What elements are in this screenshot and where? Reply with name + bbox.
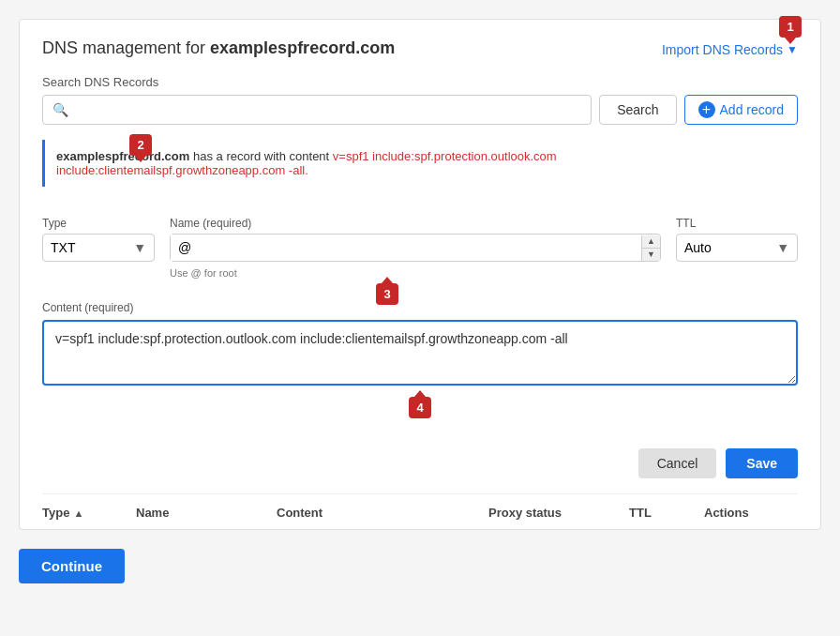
name-input[interactable]: [171, 235, 641, 261]
ttl-select-wrap[interactable]: Auto 1 min 5 min 1 hour ▼: [676, 234, 798, 262]
ttl-select-arrow-icon: ▼: [769, 240, 797, 255]
info-banner: examplespfrecord.com has a record with c…: [42, 140, 798, 187]
import-dns-link[interactable]: Import DNS Records ▼: [662, 42, 798, 57]
name-field-group: Name (required) ▲ ▼ Use @ for root 3: [170, 217, 661, 279]
name-hint: Use @ for root: [170, 267, 661, 279]
save-button[interactable]: Save: [726, 448, 798, 478]
ttl-label: TTL: [676, 217, 798, 230]
search-input-wrap: 🔍: [42, 95, 592, 125]
type-select-wrap[interactable]: TXT A CNAME MX ▼: [42, 234, 155, 262]
table-header: Type ▲ Name Content Proxy status TTL Act…: [42, 493, 798, 529]
select-arrow-icon: ▼: [126, 240, 154, 255]
ttl-field-group: TTL Auto 1 min 5 min 1 hour ▼: [676, 217, 798, 262]
type-select[interactable]: TXT A CNAME MX: [43, 235, 126, 261]
search-input[interactable]: [74, 97, 581, 123]
annotation-badge-2: 2: [129, 134, 152, 156]
search-icon: 🔍: [52, 102, 68, 117]
banner-text-has: has a record with content: [193, 149, 333, 163]
type-field-group: Type TXT A CNAME MX ▼: [42, 217, 155, 262]
chevron-down-icon: ▼: [787, 43, 798, 56]
annotation-badge-4: 4: [409, 397, 431, 418]
type-label: Type: [42, 217, 155, 230]
name-spinner-down[interactable]: ▼: [642, 249, 660, 261]
content-textarea[interactable]: v=spf1 include:spf.protection.outlook.co…: [42, 320, 798, 386]
search-button[interactable]: Search: [599, 95, 676, 125]
annotation-badge-1: 1: [779, 16, 802, 38]
name-input-wrap[interactable]: ▲ ▼: [170, 234, 661, 262]
search-label: Search DNS Records: [42, 75, 798, 89]
name-spinner-up[interactable]: ▲: [642, 235, 660, 249]
col-header-ttl: TTL: [629, 506, 704, 520]
ttl-select[interactable]: Auto 1 min 5 min 1 hour: [677, 235, 769, 261]
plus-circle-icon: +: [698, 101, 715, 118]
col-header-actions: Actions: [704, 506, 798, 520]
annotation-badge-3: 3: [376, 283, 398, 305]
col-header-proxy-status: Proxy status: [488, 506, 629, 520]
banner-domain: examplespfrecord.com: [56, 149, 189, 163]
content-label: Content (required): [42, 301, 798, 314]
continue-button[interactable]: Continue: [19, 549, 125, 583]
page-title: DNS management for examplespfrecord.com: [42, 38, 395, 58]
col-header-name: Name: [136, 506, 277, 520]
cancel-button[interactable]: Cancel: [638, 448, 717, 478]
name-label: Name (required): [170, 217, 661, 230]
sort-asc-icon: ▲: [73, 507, 83, 519]
col-header-content: Content: [277, 506, 488, 520]
add-record-button[interactable]: + Add record: [684, 95, 798, 125]
col-header-type[interactable]: Type ▲: [42, 506, 136, 520]
